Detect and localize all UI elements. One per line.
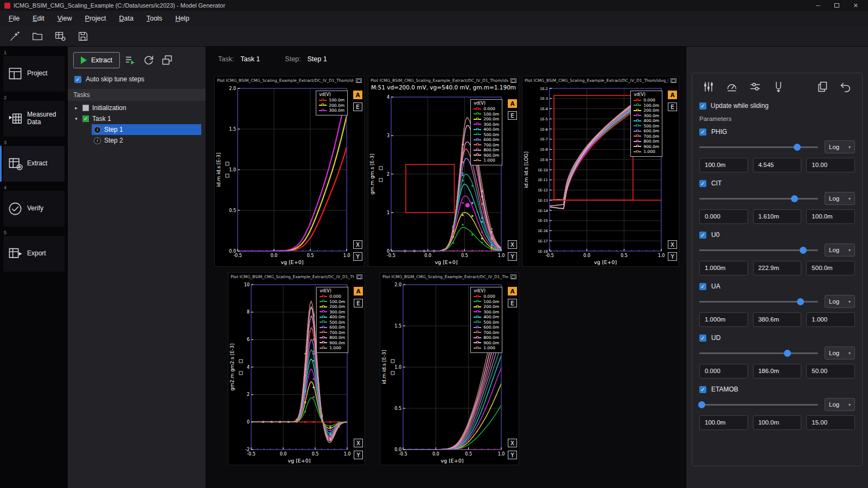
- tree-item-step-2[interactable]: iStep 2: [92, 135, 201, 146]
- plot-maximize-icon[interactable]: [510, 274, 516, 279]
- edit-button[interactable]: E: [508, 111, 517, 120]
- param-slider[interactable]: [699, 195, 818, 203]
- param-value-input[interactable]: 4.545: [753, 158, 802, 172]
- tree-item-step-1[interactable]: iStep 1: [92, 124, 201, 135]
- x-axis-button[interactable]: X: [354, 439, 363, 447]
- slider-thumb[interactable]: [698, 401, 705, 408]
- param-slider[interactable]: [699, 349, 818, 357]
- param-slider[interactable]: [699, 298, 818, 306]
- param-value-input[interactable]: 100.0m: [753, 415, 802, 430]
- auto-skip-checkbox[interactable]: ✓: [74, 76, 81, 83]
- x-axis-button[interactable]: X: [668, 240, 677, 249]
- param-value-input[interactable]: 186.0m: [753, 364, 802, 378]
- param-scale-dropdown[interactable]: Log▾: [825, 192, 855, 205]
- param-value-input[interactable]: 1.610m: [753, 209, 802, 224]
- tasks-refresh-button[interactable]: [141, 53, 157, 68]
- param-min-input[interactable]: 100.0m: [699, 415, 748, 430]
- param-max-input[interactable]: 1.000: [806, 312, 855, 327]
- menu-view[interactable]: View: [58, 15, 72, 22]
- plot-maximize-icon[interactable]: [356, 78, 362, 83]
- fine-tune-button[interactable]: [746, 79, 764, 95]
- param-slider[interactable]: [699, 143, 818, 151]
- param-slider[interactable]: [699, 401, 818, 409]
- y-axis-button[interactable]: Y: [354, 451, 363, 459]
- edit-button[interactable]: E: [354, 299, 363, 307]
- task-checkbox[interactable]: [82, 105, 89, 111]
- y-axis-button[interactable]: Y: [353, 252, 362, 261]
- param-value-input[interactable]: 222.9m: [753, 261, 802, 275]
- menu-data[interactable]: Data: [119, 15, 133, 22]
- param-enable-checkbox[interactable]: ✓: [699, 335, 706, 342]
- param-max-input[interactable]: 100.0m: [806, 209, 855, 224]
- nav-step-export[interactable]: 5 Export: [0, 229, 68, 274]
- menu-project[interactable]: Project: [85, 15, 106, 22]
- undo-button[interactable]: [837, 79, 855, 95]
- extract-run-button[interactable]: Extract: [73, 52, 120, 68]
- edit-button[interactable]: E: [508, 299, 517, 307]
- param-value-input[interactable]: 380.6m: [753, 312, 802, 327]
- update-while-sliding-checkbox[interactable]: ✓: [699, 102, 706, 110]
- param-min-input[interactable]: 0.000: [699, 209, 748, 224]
- maximize-button[interactable]: [834, 3, 839, 8]
- param-max-input[interactable]: 15.00: [806, 415, 855, 430]
- slider-thumb[interactable]: [794, 144, 801, 151]
- plot-maximize-icon[interactable]: [671, 78, 676, 83]
- expand-icon[interactable]: ▸: [73, 105, 79, 111]
- tree-item-initialization[interactable]: ▸Initialization: [68, 102, 201, 113]
- nav-step-project[interactable]: 1 Project: [0, 49, 68, 94]
- param-max-input[interactable]: 50.00: [806, 364, 855, 378]
- plot-maximize-icon[interactable]: [510, 78, 516, 83]
- task-checkbox[interactable]: ✓: [82, 115, 89, 122]
- nav-step-measured-data[interactable]: 2 Measured Data: [0, 94, 68, 139]
- param-max-input[interactable]: 500.0m: [806, 261, 855, 275]
- param-min-input[interactable]: 0.000: [699, 364, 748, 378]
- toolbar-new-wizard-button[interactable]: [7, 29, 23, 44]
- slider-thumb[interactable]: [800, 247, 807, 254]
- param-enable-checkbox[interactable]: ✓: [699, 386, 706, 393]
- nav-step-extract[interactable]: 3 Extract: [0, 139, 68, 184]
- tasks-run-list-button[interactable]: [122, 53, 138, 68]
- toolbar-project-settings-button[interactable]: [52, 29, 68, 44]
- toolbar-open-example-button[interactable]: [29, 29, 46, 44]
- slider-thumb[interactable]: [791, 195, 798, 202]
- tune-all-button[interactable]: [699, 79, 718, 95]
- plot-maximize-icon[interactable]: [356, 274, 362, 279]
- x-axis-button[interactable]: X: [508, 439, 517, 447]
- x-axis-button[interactable]: X: [353, 240, 362, 249]
- autoscale-button[interactable]: A: [353, 91, 362, 99]
- autoscale-button[interactable]: A: [668, 91, 677, 99]
- param-scale-dropdown[interactable]: Log▾: [825, 140, 855, 153]
- autoscale-button[interactable]: A: [508, 287, 517, 296]
- toolbar-save-button[interactable]: [75, 29, 91, 44]
- edit-button[interactable]: E: [353, 102, 362, 111]
- copy-page-button[interactable]: [813, 79, 832, 95]
- param-enable-checkbox[interactable]: ✓: [699, 129, 706, 136]
- minimize-button[interactable]: ─: [816, 2, 820, 9]
- param-slider[interactable]: [699, 246, 818, 254]
- slider-thumb[interactable]: [784, 350, 791, 357]
- menu-help[interactable]: Help: [175, 15, 189, 22]
- edit-button[interactable]: E: [668, 102, 677, 111]
- y-axis-button[interactable]: Y: [508, 451, 517, 459]
- param-enable-checkbox[interactable]: ✓: [699, 232, 706, 239]
- param-scale-dropdown[interactable]: Log▾: [825, 398, 855, 411]
- quick-tune-button[interactable]: [723, 79, 741, 95]
- param-enable-checkbox[interactable]: ✓: [699, 283, 706, 290]
- param-min-input[interactable]: 1.000m: [699, 261, 748, 275]
- tasks-cascade-button[interactable]: [159, 53, 175, 68]
- close-button[interactable]: ✕: [853, 2, 858, 9]
- autoscale-button[interactable]: A: [354, 287, 363, 296]
- autoscale-button[interactable]: A: [508, 99, 517, 108]
- menu-edit[interactable]: Edit: [33, 15, 44, 22]
- param-scale-dropdown[interactable]: Log▾: [825, 243, 855, 256]
- slider-thumb[interactable]: [797, 298, 804, 305]
- auto-tune-button[interactable]: [769, 79, 788, 95]
- param-min-input[interactable]: 1.000m: [699, 312, 748, 327]
- param-min-input[interactable]: 100.0m: [699, 158, 748, 172]
- collapse-icon[interactable]: ▾: [73, 116, 79, 121]
- param-max-input[interactable]: 10.00: [806, 158, 855, 172]
- x-axis-button[interactable]: X: [508, 240, 517, 249]
- param-enable-checkbox[interactable]: ✓: [699, 180, 706, 187]
- y-axis-button[interactable]: Y: [668, 252, 677, 261]
- param-scale-dropdown[interactable]: Log▾: [825, 346, 855, 359]
